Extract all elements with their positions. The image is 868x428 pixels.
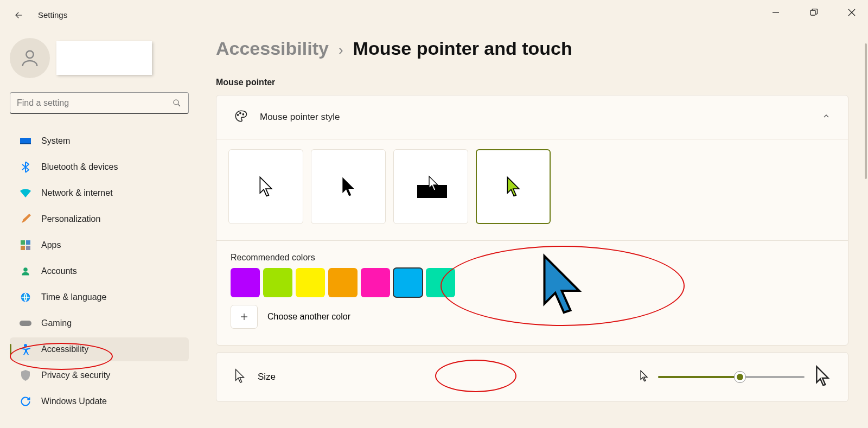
- style-card-title: Mouse pointer style: [260, 112, 340, 123]
- svg-point-4: [26, 51, 33, 58]
- sidebar-item-label: Accessibility: [41, 344, 88, 354]
- swatch-magenta[interactable]: [361, 268, 390, 297]
- maximize-button[interactable]: [803, 4, 825, 21]
- mouse-pointer-style-card: Mouse pointer style Recommended colors: [216, 95, 848, 346]
- sidebar-item-accounts[interactable]: Accounts: [10, 259, 189, 283]
- profile-block[interactable]: [10, 38, 189, 78]
- chevron-right-icon: ›: [339, 42, 343, 59]
- sidebar-item-apps[interactable]: Apps: [10, 233, 189, 257]
- nav-list: System Bluetooth & devices Network & int…: [10, 129, 189, 413]
- update-icon: [20, 395, 31, 407]
- size-card: Size: [216, 352, 848, 402]
- swatch-teal[interactable]: [426, 268, 455, 297]
- wifi-icon: [20, 187, 31, 199]
- bluetooth-icon: [20, 161, 31, 173]
- sidebar-item-update[interactable]: Windows Update: [10, 389, 189, 413]
- avatar: [10, 38, 50, 78]
- close-button[interactable]: [841, 4, 863, 21]
- size-label: Size: [258, 372, 276, 382]
- section-mouse-pointer: Mouse pointer: [216, 78, 848, 87]
- breadcrumb-parent[interactable]: Accessibility: [216, 38, 329, 59]
- svg-rect-11: [21, 246, 25, 250]
- sidebar-item-privacy[interactable]: Privacy & security: [10, 363, 189, 387]
- svg-line-6: [178, 104, 180, 106]
- sidebar-item-system[interactable]: System: [10, 129, 189, 153]
- sidebar-item-network[interactable]: Network & internet: [10, 181, 189, 205]
- swatch-yellow[interactable]: [296, 268, 325, 297]
- swatch-orange[interactable]: [328, 268, 358, 297]
- person-icon: [20, 265, 31, 277]
- svg-point-19: [242, 114, 244, 115]
- svg-rect-8: [20, 143, 31, 144]
- svg-point-13: [23, 267, 28, 272]
- color-swatches: [231, 268, 834, 297]
- gamepad-icon: [20, 317, 31, 329]
- sidebar-item-personalization[interactable]: Personalization: [10, 207, 189, 231]
- svg-point-18: [240, 113, 241, 114]
- swatch-purple[interactable]: [231, 268, 260, 297]
- svg-point-17: [238, 114, 239, 116]
- chevron-up-icon: [822, 112, 831, 123]
- sidebar-item-label: Windows Update: [41, 397, 107, 406]
- search-field[interactable]: [17, 98, 172, 108]
- sidebar-item-label: Accounts: [41, 266, 77, 276]
- sidebar-item-label: Network & internet: [41, 188, 113, 198]
- pointer-preview: [536, 252, 588, 319]
- search-icon: [172, 98, 182, 108]
- globe-icon: [20, 291, 31, 303]
- style-card-header[interactable]: Mouse pointer style: [216, 95, 848, 139]
- svg-rect-10: [26, 240, 30, 245]
- back-button[interactable]: [11, 7, 27, 23]
- sidebar-item-bluetooth[interactable]: Bluetooth & devices: [10, 155, 189, 179]
- svg-rect-9: [21, 240, 25, 245]
- profile-name: [56, 41, 152, 75]
- sidebar-item-accessibility[interactable]: Accessibility: [10, 337, 189, 361]
- monitor-icon: [20, 135, 31, 147]
- sidebar-item-label: Time & language: [41, 292, 106, 302]
- window-title: Settings: [38, 10, 67, 20]
- sidebar-item-gaming[interactable]: Gaming: [10, 311, 189, 335]
- svg-rect-15: [20, 321, 31, 326]
- pointer-style-inverted[interactable]: [393, 149, 468, 224]
- brush-icon: [20, 213, 31, 225]
- pointer-style-black[interactable]: [311, 149, 386, 224]
- recommended-colors-label: Recommended colors: [231, 253, 834, 263]
- vertical-scrollbar[interactable]: [861, 38, 867, 418]
- plus-icon: [239, 312, 249, 322]
- slider-thumb[interactable]: [734, 371, 746, 383]
- size-slider[interactable]: [658, 376, 805, 378]
- cursor-large-icon: [814, 365, 831, 389]
- sidebar-item-label: Apps: [41, 240, 61, 250]
- apps-icon: [20, 239, 31, 251]
- search-input[interactable]: [10, 92, 189, 114]
- palette-icon: [234, 109, 248, 125]
- svg-rect-1: [810, 10, 815, 15]
- swatch-lime[interactable]: [263, 268, 292, 297]
- swatch-cyan[interactable]: [393, 268, 423, 297]
- pointer-style-custom[interactable]: [476, 149, 551, 224]
- accessibility-icon: [20, 343, 31, 355]
- sidebar-item-time[interactable]: Time & language: [10, 285, 189, 309]
- minimize-button[interactable]: [765, 4, 787, 21]
- sidebar-item-label: Privacy & security: [41, 370, 110, 380]
- breadcrumb: Accessibility › Mouse pointer and touch: [216, 38, 848, 59]
- sidebar-item-label: Gaming: [41, 318, 72, 328]
- choose-color-button[interactable]: [231, 305, 258, 329]
- svg-point-5: [174, 100, 178, 105]
- page-title: Mouse pointer and touch: [353, 38, 572, 59]
- sidebar-item-label: System: [41, 136, 70, 146]
- svg-point-16: [24, 344, 27, 347]
- shield-icon: [20, 369, 31, 381]
- cursor-icon: [234, 368, 246, 386]
- pointer-style-white[interactable]: [228, 149, 303, 224]
- choose-color-label: Choose another color: [267, 312, 350, 322]
- sidebar-item-label: Personalization: [41, 214, 100, 224]
- svg-rect-12: [26, 246, 30, 250]
- sidebar-item-label: Bluetooth & devices: [41, 162, 118, 172]
- cursor-small-icon: [640, 370, 648, 384]
